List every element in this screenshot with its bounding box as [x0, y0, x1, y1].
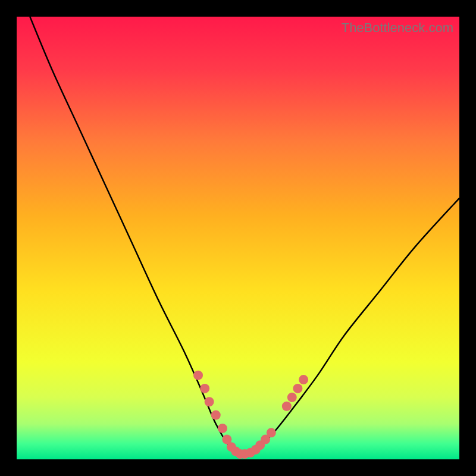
- data-point: [287, 393, 297, 402]
- chart-frame: TheBottleneck.com: [17, 17, 459, 459]
- chart-canvas: [17, 17, 459, 459]
- data-point: [193, 371, 203, 380]
- data-point: [299, 375, 308, 384]
- watermark-label: TheBottleneck.com: [342, 20, 453, 36]
- data-point: [267, 428, 276, 437]
- data-point: [218, 424, 227, 433]
- data-point: [200, 384, 209, 393]
- data-point: [282, 402, 292, 411]
- gradient-background: [17, 17, 459, 459]
- data-point: [205, 397, 214, 406]
- data-point: [293, 384, 302, 393]
- data-point: [211, 411, 221, 420]
